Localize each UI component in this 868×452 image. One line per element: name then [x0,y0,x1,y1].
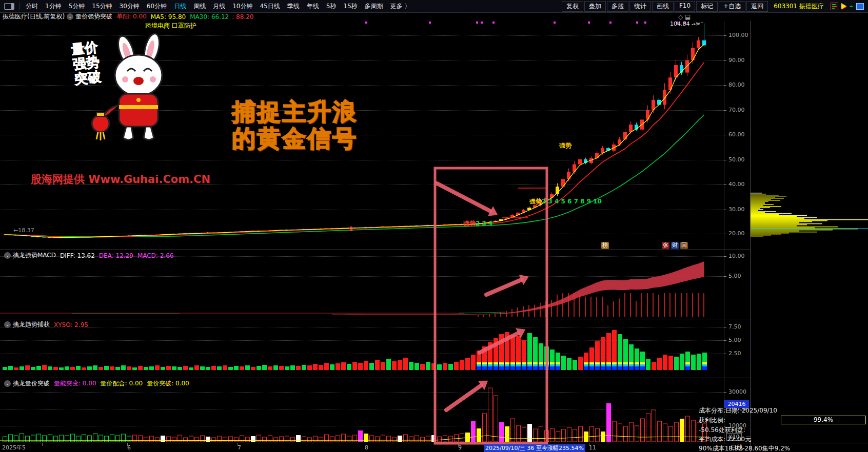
slogan-text: 捕捉主升浪 的黄金信号 [232,98,358,152]
tupo-value: 量价突破: 0.00 [143,379,189,388]
ma5-value: MA5: 95.80 [147,13,186,20]
date-label[interactable]: 7 [238,444,241,451]
left-price-tag: ←18.37 [13,227,34,234]
window-split-icon[interactable] [4,3,14,10]
danyang-value: 单阳: 0.00 [112,12,147,21]
zhang-badge[interactable]: 张 [662,242,669,249]
qiangshi-label-big: 强势2 3 4 5 6 7 8 9 10 [529,197,602,206]
qushi-panel-header: ⌄ 擒龙趋势捕获 XYSO: 2.95 [2,320,88,329]
menu-item-5分钟[interactable]: 5分钟 [65,2,89,11]
date-tick[interactable] [127,443,128,446]
info-bar: 振德医疗(日线,前复权) ⌄ 量价强势突破 单阳: 0.00 MA5: 95.8… [0,12,868,21]
cost-range-label: 90%成本18.92-28.60集中9.2% [699,444,790,452]
qiangshi-label-solo: 强势 [559,141,571,150]
panel-icon[interactable] [856,3,864,10]
sector-tags[interactable]: 跨境电商 口罩防护 [145,22,196,30]
profit-ratio-label: 获利比例: [699,416,725,425]
date-tick[interactable] [42,443,43,446]
date-label[interactable]: 8 [365,444,368,451]
menu-item-+自选[interactable]: +自选 [719,1,745,12]
bang-badge[interactable]: 榜 [601,242,609,249]
date-label[interactable]: 11 [589,444,596,451]
top-menu-bar: 分时1分钟5分钟15分钟30分钟60分钟日线周线月线10分钟45日线季线年线5秒… [0,0,868,13]
menu-item-更多 〉[interactable]: 更多 〉 [387,2,415,11]
sell-marker: Ŝ [349,226,353,233]
indicator-dropdown-icon[interactable]: ⌄ [67,13,73,20]
ma30-value: MA30: 66.12 [186,13,229,20]
menu-item-分时[interactable]: 分时 [22,2,42,11]
menu-item-统计[interactable]: 统计 [629,1,651,12]
date-tick[interactable] [238,443,238,446]
menu-item-60分钟[interactable]: 60分钟 [143,2,170,11]
avg-cost-label: 平均成本: 22.00元 [699,435,751,444]
menu-item-F10[interactable]: F10 [675,1,695,12]
menu-item-15秒[interactable]: 15秒 [340,2,361,11]
menu-item-30分钟[interactable]: 30分钟 [116,2,143,11]
high-price-tag: 104.84 --> [670,20,700,28]
cai-badge[interactable]: 财 [671,242,679,249]
date-tick[interactable] [365,443,365,446]
indicator-name[interactable]: 量价强势突破 [75,12,112,21]
menu-item-周线[interactable]: 周线 [190,2,209,11]
timeframe-menu: 分时1分钟5分钟15分钟30分钟60分钟日线周线月线10分钟45日线季线年线5秒… [22,2,414,11]
ma3-value: : 88.20 [229,13,253,20]
menu-item-5秒[interactable]: 5秒 [323,2,340,11]
bolt-icon[interactable]: ⌁ [850,3,853,10]
collapse-icon[interactable]: ⌄ [4,252,11,259]
menu-item-1分钟[interactable]: 1分钟 [42,2,65,11]
cost-date-label: 成本分布,日期: 2025/09/10 [699,406,777,415]
peihe-value: 量价配合: 0.00 [96,379,143,388]
date-label[interactable]: 6 [127,444,131,451]
menu-item-复权[interactable]: 复权 [562,1,583,12]
menu-item-45日线[interactable]: 45日线 [256,2,283,11]
mascot-slogan: 量价 强势 突破 [71,40,102,87]
kline-list-icon[interactable] [831,3,838,10]
watermark-text: 股海网提供 Www.Guhai.Com.CN [31,172,210,187]
trading-terminal: 分时1分钟5分钟15分钟30分钟60分钟日线周线月线10分钟45日线季线年线5秒… [0,0,868,452]
profit-at-label: -50.56处获利盘: [699,426,745,435]
dea-value: DEA: 12.29 [95,252,133,259]
macd-panel-header: ⌄ 擒龙强势MACD DIFF: 13.62 DEA: 12.29 MACD: … [2,251,173,260]
date-tick[interactable] [589,443,589,446]
menu-item-年线[interactable]: 年线 [303,2,323,11]
profit-ratio-value: 99.4% [781,416,866,424]
menu-item-10分钟[interactable]: 10分钟 [229,2,256,11]
divider [19,2,20,10]
liangneng-value: 量能突变: 0.00 [50,379,96,388]
menu-item-季线[interactable]: 季线 [284,2,303,11]
menu-item-月线[interactable]: 月线 [209,2,229,11]
date-tick[interactable] [458,443,459,446]
tools-menu: 复权叠加多股统计画线F10标记+自选返回 [561,1,768,12]
liangjia-panel-header: ⌄ 擒龙量价突破 量能突变: 0.00 量价配合: 0.00 量价突破: 0.0… [2,379,189,388]
menu-item-返回[interactable]: 返回 [746,1,768,12]
menu-item-画线[interactable]: 画线 [652,1,674,12]
macd-title[interactable]: 擒龙强势MACD [13,251,56,260]
qushi-title[interactable]: 擒龙趋势捕获 [13,320,50,329]
menu-item-15分钟[interactable]: 15分钟 [88,2,115,11]
menu-item-叠加[interactable]: 叠加 [584,1,606,12]
qiangshi-label-small: 强势2 3 4 [463,219,492,228]
stock-code-label: 603301 振德医疗 [768,2,829,11]
menu-item-标记[interactable]: 标记 [696,1,718,12]
macd-value: MACD: 2.66 [133,252,174,259]
menu-item-多股[interactable]: 多股 [607,1,628,12]
corner-icons[interactable]: ◇ ⬓ [678,13,691,20]
diff-value: DIFF: 13.62 [56,252,95,259]
collapse-icon[interactable]: ⌄ [4,380,11,387]
selected-date-label[interactable]: 2025/09/10/三 36 至今涨幅235.54% [484,444,585,452]
menu-item-日线[interactable]: 日线 [170,2,190,11]
xyso-value: XYSO: 2.95 [50,321,88,328]
stock-title: 振德医疗(日线,前复权) [0,12,65,21]
collapse-icon[interactable]: ⌄ [4,321,11,328]
menu-item-多周期[interactable]: 多周期 [361,2,387,11]
date-label[interactable]: 9 [458,444,462,451]
liangjia-title[interactable]: 擒龙量价突破 [13,379,50,388]
flag-icon[interactable] [841,3,846,9]
date-label[interactable]: 2025年5 [2,444,26,451]
hui-badge[interactable]: 回 [680,242,688,249]
